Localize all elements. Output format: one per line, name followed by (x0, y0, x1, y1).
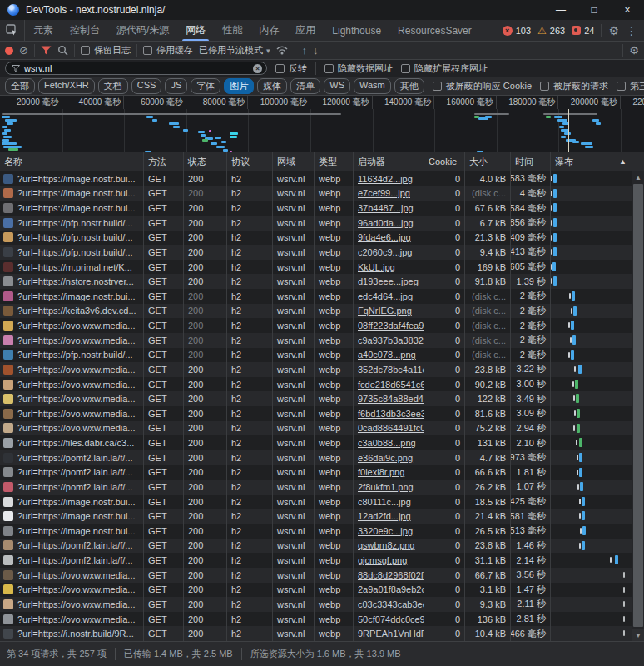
console-error-badge[interactable]: × 103 (503, 26, 531, 36)
request-name-cell[interactable]: ?url=https://image.nostr.bui... (0, 201, 143, 216)
table-row[interactable]: ?url=https://ovo.wxw.media... GET 200 h2… (0, 612, 644, 627)
initiator-link[interactable]: 96ad0da...jpg (358, 218, 414, 228)
request-name-cell[interactable]: ?url=https://i.nostr.build/9R... (0, 626, 143, 641)
initiator-link[interactable]: 2f8ukfm1.png (358, 482, 414, 492)
clear-filter-button[interactable]: × (253, 64, 262, 73)
request-name-cell[interactable]: ?url=https://image.nostr.bui... (0, 289, 143, 304)
request-name-cell[interactable]: ?url=https://ovo.wxw.media... (0, 333, 143, 348)
request-name-cell[interactable]: ?url=https://ovo.wxw.media... (0, 406, 143, 421)
third-party-checkbox[interactable]: 第三方请求 (617, 80, 644, 92)
table-row[interactable]: ?url=https://ovo.wxw.media... GET 200 h2… (0, 421, 644, 436)
table-row[interactable]: ?url=https://image.nostr.bui... GET 200 … (0, 289, 644, 304)
initiator-link[interactable]: c03c3343cab3ee (358, 599, 424, 609)
request-name-cell[interactable]: ?url=https://m.primal.net/K... (0, 260, 143, 275)
request-name-cell[interactable]: ?url=https://ovo.wxw.media... (0, 583, 143, 598)
type-chip-文档[interactable]: 文档 (98, 78, 128, 94)
tab-性能[interactable]: 性能 (214, 20, 250, 41)
table-row[interactable]: ?url=https://image.nostr.bui... GET 200 … (0, 495, 644, 509)
column-header-Cookie[interactable]: Cookie (424, 152, 464, 171)
initiator-link[interactable]: a40c078...png (358, 350, 416, 360)
table-row[interactable]: ?url=https://ovo.wxw.media... GET 200 h2… (0, 597, 644, 612)
table-row[interactable]: ?url=https://ovo.wxw.media... GET 200 h2… (0, 333, 644, 348)
initiator-link[interactable]: c2060c9...jpg (358, 247, 412, 257)
request-name-cell[interactable]: ?url=https://ovo.wxw.media... (0, 362, 143, 377)
column-header-启动器[interactable]: 启动器 (353, 152, 424, 171)
maximize-button[interactable]: □ (577, 0, 611, 20)
initiator-link[interactable]: 0cad8864491fc0 (358, 423, 424, 433)
blocked-cookies-checkbox[interactable]: 被屏蔽的响应 Cookie (433, 80, 532, 92)
table-row[interactable]: ?url=https://pomf2.lain.la/f/... GET 200… (0, 553, 644, 568)
clear-button[interactable]: ⊘ (19, 45, 28, 56)
request-name-cell[interactable]: ?url=https://pomf2.lain.la/f/... (0, 539, 143, 554)
type-chip-WS[interactable]: WS (324, 78, 350, 94)
table-row[interactable]: ?url=https://pomf2.lain.la/f/... GET 200… (0, 465, 644, 480)
tab-应用[interactable]: 应用 (287, 20, 324, 41)
column-header-网域[interactable]: 网域 (272, 152, 314, 171)
type-chip-媒体[interactable]: 媒体 (257, 78, 287, 94)
search-button[interactable] (57, 45, 68, 56)
initiator-link[interactable]: 08ff223daf4fea9 (358, 321, 424, 331)
more-options-button[interactable]: ⋮ (626, 25, 637, 37)
tab-控制台[interactable]: 控制台 (62, 20, 108, 41)
initiator-link[interactable]: 3320e9c...jpg (358, 526, 413, 536)
table-row[interactable]: ?url=https://pomf2.lain.la/f/... GET 200… (0, 450, 644, 465)
initiator-link[interactable]: qswbrn8z.png (358, 540, 415, 550)
column-header-瀑布[interactable]: 瀑布▲ (550, 152, 644, 171)
request-name-cell[interactable]: ?url=https://image.nostr.bui... (0, 186, 143, 201)
request-name-cell[interactable]: ?url=https://pfp.nostr.build/... (0, 245, 143, 260)
record-button[interactable] (5, 47, 13, 55)
table-row[interactable]: ?url=https://pomf2.lain.la/f/... GET 200… (0, 480, 644, 495)
request-name-cell[interactable]: ?url=https://pomf2.lain.la/f/... (0, 480, 143, 495)
request-name-cell[interactable]: ?url=https://pfp.nostr.build/... (0, 216, 143, 231)
table-row[interactable]: ?url=https://ovo.wxw.media... GET 200 h2… (0, 406, 644, 421)
request-name-cell[interactable]: ?url=https://ovo.wxw.media... (0, 612, 143, 627)
import-har-button[interactable]: ↑ (301, 45, 307, 56)
scroll-up-button[interactable]: ▲ (632, 171, 644, 183)
initiator-link[interactable]: edc4d64...jpg (358, 291, 413, 301)
column-header-时间[interactable]: 时间 (510, 152, 550, 171)
column-header-协议[interactable]: 协议 (226, 152, 272, 171)
column-header-大小[interactable]: 大小 (464, 152, 510, 171)
table-row[interactable]: ?url=https://image.nostr.bui... GET 200 … (0, 171, 644, 186)
throttling-select[interactable]: 已停用节流模式 ▾ (199, 44, 270, 57)
request-name-cell[interactable]: ?url=https://pfp.nostr.build/... (0, 348, 143, 363)
tab-ResourcesSaver[interactable]: ResourcesSaver (389, 20, 480, 41)
initiator-link[interactable]: 9RPEAh1VnHdPz (358, 629, 424, 639)
tab-网络[interactable]: 网络 (177, 20, 214, 41)
filter-input[interactable]: wsrv.nl × (5, 62, 267, 75)
initiator-link[interactable]: e36dai9c.png (358, 453, 413, 463)
table-row[interactable]: ?url=https://keita3v6.dev.cd... GET 200 … (0, 304, 644, 319)
column-header-名称[interactable]: 名称 (0, 152, 143, 171)
column-header-类型[interactable]: 类型 (314, 152, 353, 171)
initiator-link[interactable]: 50cf074ddc0ce9 (358, 614, 424, 624)
request-name-cell[interactable]: ?url=https://files.dabr.ca/c3... (0, 435, 143, 450)
table-row[interactable]: ?url=https://image.nostr.bui... GET 200 … (0, 186, 644, 201)
table-row[interactable]: ?url=https://ovo.wxw.media... GET 200 h2… (0, 568, 644, 583)
request-name-cell[interactable]: ?url=https://ovo.wxw.media... (0, 377, 143, 392)
initiator-link[interactable]: KkUL.jpg (358, 262, 395, 272)
table-row[interactable]: ?url=https://ovo.wxw.media... GET 200 h2… (0, 362, 644, 377)
scroll-down-button[interactable]: ▼ (632, 629, 644, 641)
initiator-link[interactable]: c80111c...jpg (358, 497, 411, 507)
request-name-cell[interactable]: ?url=https://image.nostr.bui... (0, 171, 143, 186)
request-name-cell[interactable]: ?url=https://pomf2.lain.la/f/... (0, 465, 143, 480)
issues-badge[interactable]: 24 (572, 26, 594, 36)
tab-元素[interactable]: 元素 (25, 20, 62, 41)
tab-Lighthouse[interactable]: Lighthouse (324, 20, 389, 41)
request-name-cell[interactable]: ?url=https://image.nostr.bui... (0, 524, 143, 539)
request-name-cell[interactable]: ?url=https://ovo.wxw.media... (0, 318, 143, 333)
table-row[interactable]: ?url=https://pfp.nostr.build/... GET 200… (0, 245, 644, 260)
hide-extension-urls-checkbox[interactable]: 隐藏扩展程序网址 (401, 62, 488, 75)
initiator-link[interactable]: f6bd13db3c3ee3 (358, 409, 424, 419)
type-chip-Wasm[interactable]: Wasm (354, 78, 391, 94)
network-settings-button[interactable]: ⚙ (629, 45, 639, 56)
settings-button[interactable]: ⚙ (608, 25, 619, 37)
type-chip-字体[interactable]: 字体 (191, 78, 220, 94)
type-chip-其他[interactable]: 其他 (394, 78, 424, 94)
initiator-link[interactable]: e7cef99...jpg (358, 188, 410, 198)
hide-data-urls-checkbox[interactable]: 隐藏数据网址 (324, 62, 393, 75)
table-row[interactable]: ?url=https://i.nostr.build/9R... GET 200… (0, 626, 644, 641)
column-header-方法[interactable]: 方法 (143, 152, 183, 171)
request-name-cell[interactable]: ?url=https://ovo.wxw.media... (0, 421, 143, 436)
preserve-log-checkbox[interactable]: 保留日志 (81, 44, 131, 57)
